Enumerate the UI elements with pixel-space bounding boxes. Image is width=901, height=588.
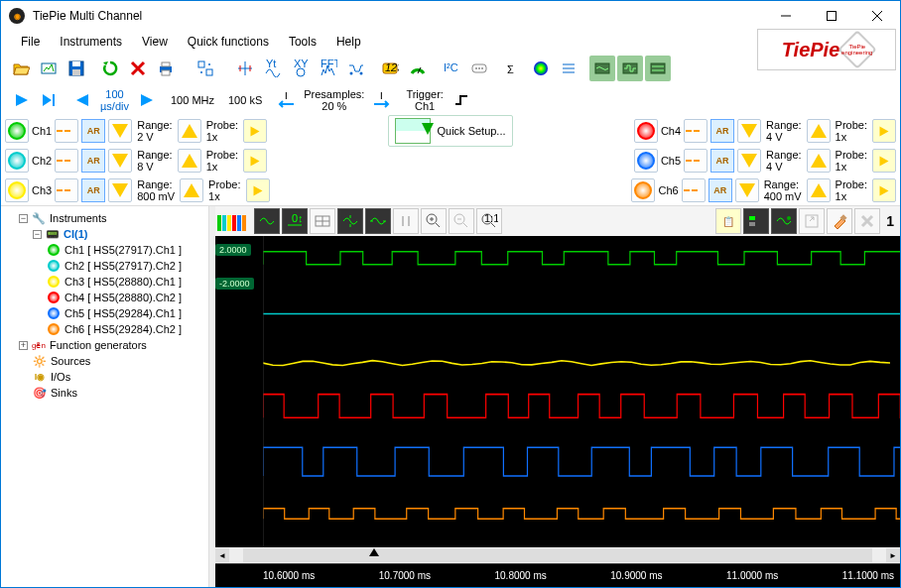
tree-sinks[interactable]: Sinks	[51, 387, 77, 399]
menu-tools[interactable]: Tools	[279, 33, 326, 51]
delete-icon[interactable]	[125, 56, 151, 81]
probe-button[interactable]	[872, 178, 896, 202]
print-icon[interactable]	[153, 56, 179, 81]
menu-quickfunctions[interactable]: Quick functions	[178, 33, 279, 51]
scope-wave-icon[interactable]	[254, 208, 280, 234]
close-scope-icon[interactable]	[854, 208, 880, 234]
menu-view[interactable]: View	[132, 33, 178, 51]
scope-chsel-icon[interactable]	[743, 208, 769, 234]
range-up-button[interactable]	[178, 119, 201, 143]
probe-button[interactable]	[243, 119, 267, 143]
tree-channel-item[interactable]: Ch6 [ HS5(29284).Ch2 ]	[47, 321, 204, 337]
xy-mode-icon[interactable]: XY	[288, 56, 314, 81]
tree-sources[interactable]: Sources	[51, 355, 90, 367]
scope-yfit-icon[interactable]	[337, 208, 363, 234]
zoom-reset-icon[interactable]: 1:1	[476, 208, 502, 234]
range-value[interactable]: Range:400 mV	[762, 178, 804, 202]
channel-enable-ch4[interactable]	[634, 119, 658, 143]
trigger-edge-icon[interactable]	[449, 87, 474, 113]
menu-instruments[interactable]: Instruments	[50, 33, 132, 51]
menu-help[interactable]: Help	[326, 33, 371, 51]
list-icon[interactable]	[556, 56, 581, 81]
range-up-button[interactable]	[807, 149, 831, 173]
autorange-button[interactable]: AR	[81, 149, 105, 173]
timebase-faster-icon[interactable]	[134, 87, 160, 113]
play-once-icon[interactable]	[36, 87, 62, 113]
timebase-slower-icon[interactable]	[69, 87, 95, 113]
range-down-button[interactable]	[108, 149, 132, 173]
coupling-button[interactable]	[55, 149, 78, 173]
menu-file[interactable]: File	[11, 33, 50, 51]
channel-enable-ch3[interactable]	[5, 178, 29, 202]
scope-plot[interactable]: 2.0000 -2.0000	[215, 236, 900, 547]
tree-channel-item[interactable]: Ch2 [ HS5(27917).Ch2 ]	[47, 258, 204, 274]
range-value[interactable]: Range:8 V	[135, 149, 174, 173]
channel-color-bar[interactable]	[217, 211, 246, 231]
range-up-button[interactable]	[178, 149, 201, 173]
trigger-label[interactable]: Trigger:Ch1	[402, 88, 448, 112]
timebase-value[interactable]: 100 µs/div	[96, 88, 133, 112]
save-icon[interactable]	[64, 56, 89, 81]
probe-value[interactable]: Probe:1x	[206, 178, 242, 202]
tree-ios[interactable]: I/Os	[51, 371, 70, 383]
meter-icon[interactable]: 123	[377, 56, 403, 81]
scope-zero-icon[interactable]: 0↕	[282, 208, 308, 234]
coupling-button[interactable]	[55, 178, 78, 202]
screenshot-icon[interactable]	[36, 56, 62, 81]
fft-icon[interactable]: FFT	[316, 56, 341, 81]
probe-button[interactable]	[246, 178, 270, 202]
tree-channel-item[interactable]: Ch5 [ HS5(29284).Ch1 ]	[47, 305, 204, 321]
protocol-icon[interactable]	[343, 56, 369, 81]
autorange-button[interactable]: AR	[708, 178, 732, 202]
gauge-icon[interactable]	[405, 56, 431, 81]
scope2-icon[interactable]	[617, 56, 643, 81]
probe-button[interactable]	[872, 149, 896, 173]
probe-value[interactable]: Probe:1x	[204, 149, 240, 173]
tree-ci[interactable]: CI(1)	[64, 228, 87, 240]
scope-scrollbar[interactable]: ◄►	[215, 547, 900, 563]
range-up-button[interactable]	[180, 178, 203, 202]
expand-icon[interactable]: −	[33, 230, 42, 239]
scope-export-icon[interactable]	[799, 208, 825, 234]
yt-mode-icon[interactable]: Yt	[260, 56, 286, 81]
presamples-label[interactable]: Presamples:20 %	[300, 88, 368, 112]
presample-right-icon[interactable]: T	[369, 87, 395, 113]
minimize-button[interactable]	[763, 1, 809, 31]
probe-value[interactable]: Probe:1x	[834, 149, 869, 173]
probe-button[interactable]	[872, 119, 896, 143]
range-down-button[interactable]	[735, 178, 759, 202]
range-down-button[interactable]	[737, 149, 761, 173]
autorange-button[interactable]: AR	[710, 149, 734, 173]
sigma-icon[interactable]: Σ	[500, 56, 526, 81]
range-down-button[interactable]	[108, 178, 132, 202]
tree-channel-item[interactable]: Ch1 [ HS5(27917).Ch1 ]	[47, 242, 204, 258]
expand-icon[interactable]: −	[19, 214, 28, 223]
zoom-out-icon[interactable]	[449, 208, 474, 234]
play-icon[interactable]	[8, 87, 34, 113]
range-up-button[interactable]	[807, 178, 831, 202]
quick-setup-button[interactable]: Quick Setup...	[388, 115, 512, 147]
clear-icon[interactable]	[827, 208, 852, 234]
range-value[interactable]: Range:4 V	[764, 149, 803, 173]
coupling-button[interactable]	[682, 178, 706, 202]
scope3-icon[interactable]	[645, 56, 671, 81]
note-icon[interactable]: 📋	[715, 208, 741, 234]
channel-enable-ch6[interactable]	[631, 178, 655, 202]
range-up-button[interactable]	[807, 119, 831, 143]
probe-value[interactable]: Probe:1x	[204, 119, 240, 143]
expand-icon[interactable]: +	[19, 341, 28, 350]
coupling-button[interactable]	[684, 149, 708, 173]
i2c-icon[interactable]: I²C	[439, 56, 464, 81]
range-value[interactable]: Range:4 V	[764, 119, 803, 143]
probe-value[interactable]: Probe:1x	[834, 119, 869, 143]
zoom-in-icon[interactable]	[421, 208, 447, 234]
color-icon[interactable]	[528, 56, 554, 81]
cursor-icon[interactable]	[232, 56, 258, 81]
tree-channel-item[interactable]: Ch3 [ HS5(28880).Ch1 ]	[47, 274, 204, 290]
coupling-button[interactable]	[684, 119, 708, 143]
autorange-button[interactable]: AR	[81, 119, 105, 143]
scope-cursor-icon[interactable]	[393, 208, 419, 234]
channel-enable-ch2[interactable]	[5, 149, 29, 173]
channel-enable-ch1[interactable]	[5, 119, 29, 143]
presample-left-icon[interactable]: T	[273, 87, 299, 113]
